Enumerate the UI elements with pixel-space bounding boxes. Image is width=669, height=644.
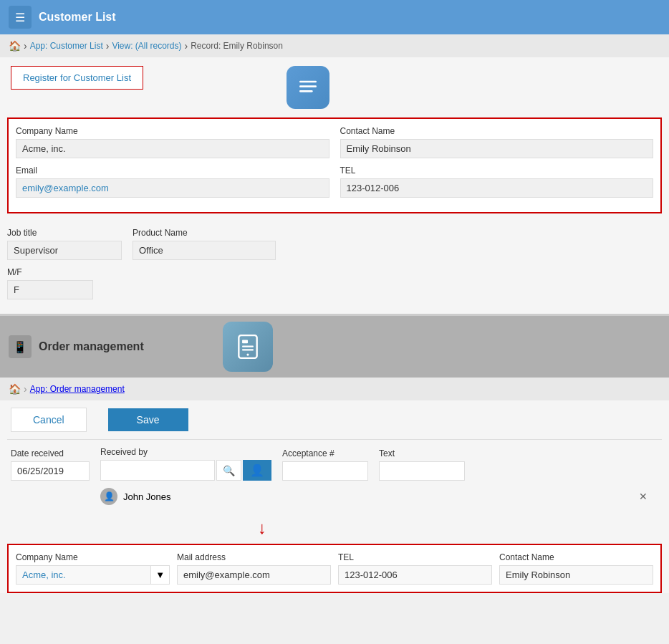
avatar-icon: 👤 — [104, 491, 115, 501]
company-dropdown-button[interactable]: ▼ — [150, 566, 169, 584]
order-management-icon-large — [223, 322, 273, 372]
order-app-title: Order management — [39, 340, 144, 353]
result-contact-label: Contact Name — [499, 552, 653, 562]
breadcrumb: 🏠 › App: Customer List › View: (All reco… — [0, 34, 669, 57]
customer-form: Company Name Contact Name Email TEL — [7, 117, 662, 213]
text-input[interactable] — [379, 461, 465, 481]
svg-point-7 — [246, 354, 249, 356]
close-button[interactable]: ✕ — [639, 491, 648, 502]
email-group: Email — [16, 165, 329, 198]
result-section: Company Name Acme, inc. ▼ Mail address T… — [7, 544, 662, 593]
arrow-down-icon: ↓ — [258, 519, 266, 537]
outer-row-1: Job title Product Name — [7, 228, 662, 260]
date-received-label: Date received — [11, 448, 90, 458]
result-mail-input[interactable] — [177, 565, 331, 585]
date-received-input[interactable] — [11, 461, 90, 481]
app-title: Customer List — [39, 11, 116, 24]
result-mail-label: Mail address — [177, 552, 331, 562]
mf-group: M/F — [7, 267, 93, 299]
user-name: John Jones — [123, 491, 171, 502]
acceptance-group: Acceptance # — [282, 448, 368, 481]
phone-icon: 📱 — [13, 340, 27, 354]
text-group: Text — [379, 448, 465, 481]
user-icon: 👤 — [250, 464, 264, 476]
top-section: Register for Customer List Company Name … — [0, 57, 669, 314]
svg-rect-6 — [242, 349, 254, 350]
received-by-group: Received by 🔍 👤 — [100, 447, 271, 481]
user-avatar: 👤 — [100, 488, 117, 505]
date-received-group: Date received — [11, 448, 90, 481]
order-sep1: › — [24, 383, 27, 395]
text-label: Text — [379, 448, 465, 458]
form-row-2: Email TEL — [16, 165, 653, 198]
svg-rect-2 — [299, 90, 313, 92]
chevron-down-icon: ▼ — [155, 569, 165, 580]
register-button[interactable]: Register for Customer List — [11, 66, 143, 90]
order-breadcrumb: 🏠 › App: Order management — [0, 378, 669, 400]
result-row: Company Name Acme, inc. ▼ Mail address T… — [16, 552, 653, 585]
result-tel-label: TEL — [338, 552, 492, 562]
company-name-dropdown: Acme, inc. ▼ — [16, 565, 170, 585]
result-company-label: Company Name — [16, 552, 170, 562]
sep2: › — [106, 40, 110, 52]
register-area: Register for Customer List — [0, 57, 669, 117]
order-management-app-bar: 📱 Order management — [0, 316, 669, 378]
received-by-controls: 🔍 👤 — [100, 460, 271, 481]
mf-input[interactable] — [7, 280, 93, 299]
search-button[interactable]: 🔍 — [216, 460, 241, 481]
autofill-row: 👤 John Jones ✕ — [11, 484, 658, 509]
contact-name-group: Contact Name — [340, 126, 654, 158]
acceptance-input[interactable] — [282, 461, 368, 481]
save-button[interactable]: Save — [108, 408, 188, 431]
contact-name-label: Contact Name — [340, 126, 654, 136]
product-name-input[interactable] — [133, 241, 276, 260]
email-label: Email — [16, 165, 329, 176]
company-name-input[interactable] — [16, 139, 329, 158]
order-home-icon[interactable]: 🏠 — [9, 383, 21, 395]
result-mail-group: Mail address — [177, 552, 331, 585]
svg-rect-4 — [242, 340, 248, 344]
order-section-body: Cancel Save Date received Received by 🔍 — [0, 400, 669, 593]
breadcrumb-view-link[interactable]: View: (All records) — [112, 41, 181, 51]
order-form-row-1: Date received Received by 🔍 👤 — [11, 447, 658, 481]
home-icon[interactable]: 🏠 — [9, 40, 21, 52]
customer-list-app-bar: ☰ Customer List — [0, 0, 669, 34]
outer-form: Job title Product Name M/F — [0, 221, 669, 314]
tel-input[interactable] — [340, 178, 654, 198]
sep1: › — [24, 40, 27, 52]
breadcrumb-app-link[interactable]: App: Customer List — [30, 41, 103, 51]
svg-rect-0 — [299, 81, 317, 83]
received-by-label: Received by — [100, 447, 271, 457]
svg-rect-1 — [299, 85, 317, 87]
result-tel-group: TEL — [338, 552, 492, 585]
product-name-label: Product Name — [133, 228, 276, 238]
customer-list-section: ☰ Customer List 🏠 › App: Customer List ›… — [0, 0, 669, 314]
company-name-label: Company Name — [16, 126, 329, 136]
job-title-group: Job title — [7, 228, 122, 260]
company-name-group: Company Name — [16, 126, 329, 158]
acceptance-label: Acceptance # — [282, 448, 368, 458]
order-actions: Cancel Save — [0, 400, 669, 439]
order-form-area: Date received Received by 🔍 👤 — [0, 440, 669, 519]
job-title-input[interactable] — [7, 241, 122, 260]
job-title-label: Job title — [7, 228, 122, 238]
company-name-value: Acme, inc. — [16, 566, 150, 584]
tel-label: TEL — [340, 165, 654, 176]
result-contact-input[interactable] — [499, 565, 653, 585]
arrow-connector: ↓ — [0, 519, 669, 540]
breadcrumb-record: Record: Emily Robinson — [191, 41, 283, 51]
contact-name-input[interactable] — [340, 139, 654, 158]
received-by-input[interactable] — [100, 460, 215, 481]
user-select-button[interactable]: 👤 — [243, 460, 271, 481]
result-contact-group: Contact Name — [499, 552, 653, 585]
menu-icon: ☰ — [9, 6, 32, 29]
result-tel-input[interactable] — [338, 565, 492, 585]
email-input[interactable] — [16, 178, 329, 198]
search-icon: 🔍 — [223, 465, 235, 476]
order-management-section: 📱 Order management 🏠 › App: Order manage… — [0, 316, 669, 593]
form-row-1: Company Name Contact Name — [16, 126, 653, 158]
order-breadcrumb-app-link[interactable]: App: Order management — [30, 384, 125, 394]
cancel-button[interactable]: Cancel — [11, 408, 87, 432]
product-name-group: Product Name — [133, 228, 276, 260]
svg-rect-5 — [242, 345, 254, 347]
